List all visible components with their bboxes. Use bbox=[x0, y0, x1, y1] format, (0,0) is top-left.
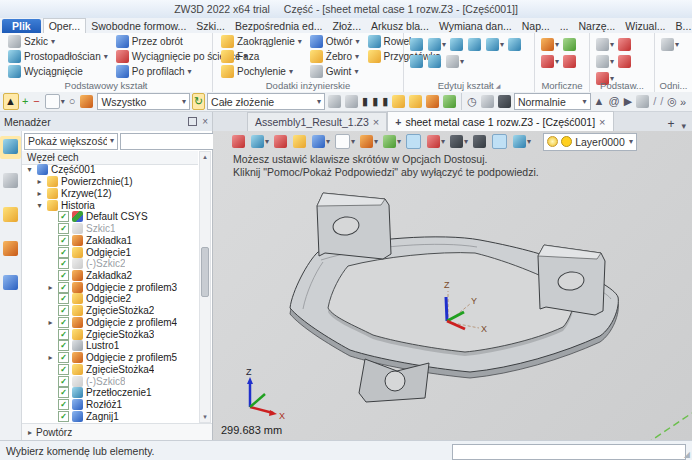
expander-icon[interactable]: ▸ bbox=[35, 189, 44, 198]
toolbar-overflow-icon[interactable]: » bbox=[680, 96, 692, 108]
shape-fillet-edge[interactable] bbox=[507, 37, 523, 52]
tree-filter-combo[interactable]: Pokaż większość ▾ bbox=[24, 133, 118, 150]
exit-environment[interactable] bbox=[231, 134, 247, 149]
expander-icon[interactable]: ▾ bbox=[25, 165, 34, 174]
document-tab[interactable]: + Assembly1_Result_1.Z3 × bbox=[247, 112, 387, 131]
quick-access-icon[interactable] bbox=[18, 3, 30, 15]
section-view[interactable]: ▾ bbox=[426, 134, 446, 149]
status-input[interactable] bbox=[452, 444, 686, 460]
feature-checkbox[interactable] bbox=[58, 329, 69, 340]
layer-bulb-icon[interactable] bbox=[547, 136, 558, 147]
twist[interactable]: ▾ bbox=[540, 54, 560, 69]
menu-tab[interactable]: Oper... bbox=[43, 18, 87, 33]
clipboard[interactable] bbox=[391, 94, 406, 109]
shape-divide[interactable]: ▾ bbox=[485, 37, 505, 52]
tab-close-icon[interactable]: × bbox=[599, 116, 605, 128]
selection-scope-combo[interactable]: Całe złożenie ▾ bbox=[207, 93, 325, 110]
datum-plane[interactable] bbox=[617, 37, 633, 52]
menu-tab[interactable]: Arkusz bla... bbox=[366, 19, 434, 33]
filter-dots[interactable] bbox=[327, 94, 342, 109]
menu-tab[interactable]: ... bbox=[555, 19, 574, 33]
display-square[interactable] bbox=[497, 94, 512, 109]
display-mode-combo[interactable]: Normalnie ▾ bbox=[514, 93, 591, 110]
profile-flange-feature[interactable]: ▸ Odgięcie z profilem5 bbox=[22, 352, 198, 364]
scroll-up-icon[interactable]: ▴ bbox=[203, 152, 207, 162]
status-icon[interactable] bbox=[384, 444, 397, 457]
view-orientation[interactable]: ▾ bbox=[250, 134, 270, 149]
status-icon[interactable] bbox=[402, 444, 415, 457]
csys-feature[interactable]: Default CSYS bbox=[22, 211, 198, 223]
line-snap-1[interactable]: / bbox=[652, 94, 657, 109]
clip-plane[interactable] bbox=[480, 94, 495, 109]
feature-checkbox[interactable] bbox=[58, 270, 69, 281]
scrollbar-thumb[interactable] bbox=[201, 247, 209, 297]
tree-scrollbar[interactable]: ▴ ▾ bbox=[199, 151, 211, 423]
erase-marks[interactable] bbox=[273, 134, 289, 149]
cone-bend-feature[interactable]: ZgięcieStożka2 bbox=[22, 305, 198, 317]
render-style[interactable]: ▾ bbox=[359, 134, 379, 149]
reference-geometry[interactable]: ▾ bbox=[660, 37, 680, 52]
play-animation[interactable]: ▶ bbox=[623, 94, 633, 109]
quick-access-icon[interactable] bbox=[3, 3, 15, 15]
feature-checkbox[interactable] bbox=[58, 223, 69, 234]
feature-checkbox[interactable] bbox=[58, 211, 69, 222]
datum-grid[interactable]: ▾ bbox=[595, 37, 615, 52]
column-3[interactable]: ▮ bbox=[381, 94, 389, 109]
menu-tab[interactable]: Złoż... bbox=[328, 19, 367, 33]
sketch[interactable]: Szkic ▾ bbox=[4, 34, 112, 49]
menu-tab[interactable]: Nap... bbox=[517, 19, 555, 33]
line-snap-2[interactable]: / bbox=[659, 94, 664, 109]
quick-access-icon[interactable] bbox=[93, 3, 105, 15]
viewport-corner[interactable] bbox=[405, 133, 423, 150]
feature-checkbox[interactable] bbox=[58, 376, 69, 387]
menu-tab[interactable]: Swobodne formow... bbox=[86, 19, 191, 33]
add-selection[interactable]: + bbox=[21, 93, 30, 110]
feature-checkbox[interactable] bbox=[58, 247, 69, 258]
feature-checkbox[interactable] bbox=[58, 352, 69, 363]
menu-tab[interactable]: Bezpośrednia ed... bbox=[230, 19, 328, 33]
feature-checkbox[interactable] bbox=[58, 305, 69, 316]
role-manager[interactable] bbox=[0, 272, 21, 295]
taper[interactable] bbox=[562, 54, 578, 69]
expander-icon[interactable]: ▸ bbox=[46, 283, 55, 292]
column-1[interactable]: ▮ bbox=[361, 94, 369, 109]
menu-tab[interactable]: Szki... bbox=[191, 19, 230, 33]
expander-icon[interactable]: ▸ bbox=[35, 177, 44, 186]
feature-checkbox[interactable] bbox=[58, 258, 69, 269]
layer-combo[interactable]: Layer0000 ▾ bbox=[543, 133, 637, 151]
quick-access-icon[interactable] bbox=[33, 3, 45, 15]
cone-bend-feature[interactable]: ZgięcieStożka3 bbox=[22, 328, 198, 340]
history-folder[interactable]: ▾ Historia bbox=[22, 199, 198, 211]
unfold-feature[interactable]: Rozłóż1 bbox=[22, 399, 198, 411]
shade-gold[interactable] bbox=[292, 134, 308, 149]
expander-icon[interactable]: ▸ bbox=[46, 318, 55, 327]
quick-access-icon[interactable] bbox=[138, 3, 150, 15]
tab-overflow-icon[interactable]: ▾ bbox=[681, 121, 686, 131]
flange-feature[interactable]: Odgięcie2 bbox=[22, 293, 198, 305]
surfaces-folder[interactable]: ▸ Powierzchnie(1) bbox=[22, 176, 198, 188]
datum-axis[interactable]: ▾ bbox=[595, 54, 615, 69]
wrap[interactable]: ▾ bbox=[540, 37, 560, 52]
shape-remove[interactable]: ▾ bbox=[427, 37, 447, 52]
new-tab-button[interactable]: + bbox=[660, 117, 681, 131]
sketch-feature[interactable]: (-)Szkic2 bbox=[22, 258, 198, 270]
chamfer[interactable]: Faza bbox=[217, 49, 306, 64]
mirror-feature[interactable]: Lustro1 bbox=[22, 340, 198, 352]
hole[interactable]: Otwór ▾ bbox=[306, 34, 364, 49]
circle-snap[interactable]: ◎ bbox=[666, 94, 678, 109]
profile-flange-feature[interactable]: ▸ Odgięcie z profilem4 bbox=[22, 317, 198, 329]
sketch-feature[interactable]: (-)Szkic8 bbox=[22, 375, 198, 387]
selection-filter-combo[interactable]: Wszystko ▾ bbox=[97, 93, 189, 110]
feature-checkbox[interactable] bbox=[58, 282, 69, 293]
emboss-feature[interactable]: Przetłoczenie1 bbox=[22, 387, 198, 399]
folder-library[interactable] bbox=[408, 94, 423, 109]
feature-checkbox[interactable] bbox=[58, 399, 69, 410]
part-node[interactable]: ▾ Część001 bbox=[22, 164, 198, 176]
fold-feature[interactable]: Zagnij1 bbox=[22, 410, 198, 422]
shape-add[interactable] bbox=[409, 37, 425, 52]
history-clock[interactable]: ◷ bbox=[466, 94, 478, 109]
menu-tab[interactable]: Wizual... bbox=[620, 19, 670, 33]
assembly-manager[interactable] bbox=[0, 170, 21, 193]
folder-session[interactable] bbox=[425, 94, 440, 109]
shade-mode[interactable]: ▾ bbox=[311, 134, 331, 149]
